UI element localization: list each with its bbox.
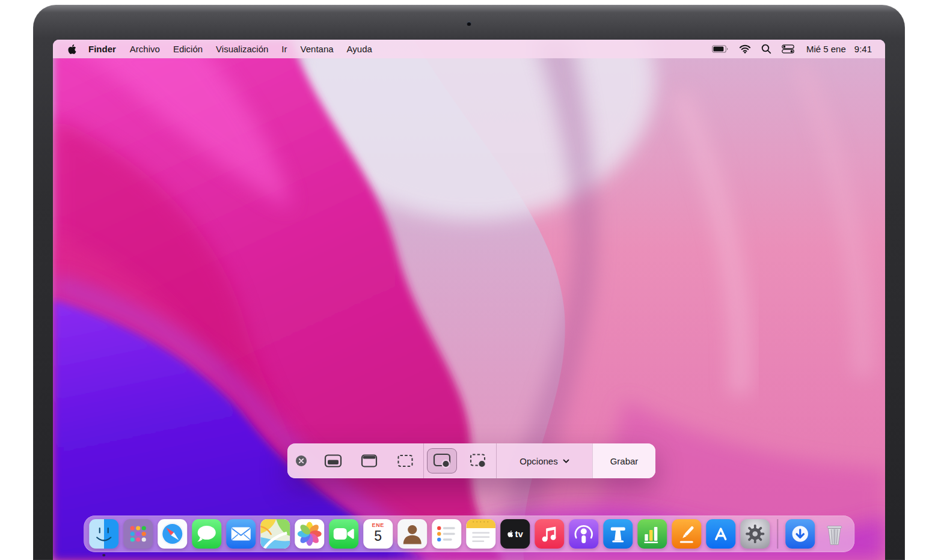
numbers-icon (637, 519, 667, 549)
safari-icon (158, 519, 187, 549)
menu-edicion[interactable]: Edición (167, 44, 209, 54)
app-store-icon (706, 519, 735, 549)
calendar-day-label: 5 (374, 529, 382, 543)
tv-label: tv (515, 529, 523, 538)
record-selection-icon (469, 453, 487, 469)
contacts-icon (397, 519, 427, 549)
record-screen-icon (433, 453, 451, 469)
dock-downloads[interactable] (785, 519, 815, 549)
music-icon (535, 519, 564, 549)
apple-logo-small-icon (507, 531, 514, 537)
photos-icon (295, 519, 324, 549)
pages-icon (672, 519, 701, 549)
menu-ir[interactable]: Ir (275, 44, 293, 54)
dock-separator (777, 519, 778, 549)
dock-notes[interactable] (466, 519, 495, 549)
maps-icon (260, 519, 290, 549)
menubar-time[interactable]: 9:41 (854, 44, 872, 54)
dock-system-preferences[interactable] (740, 519, 770, 549)
dock-music[interactable] (535, 519, 564, 549)
chevron-down-icon (563, 459, 569, 463)
apple-menu[interactable] (67, 44, 77, 54)
options-button[interactable]: Opciones (497, 443, 592, 478)
capture-entire-screen-button[interactable] (315, 443, 351, 478)
dock-keynote[interactable] (603, 519, 633, 549)
capture-screen-icon (324, 454, 342, 468)
reminders-icon (432, 519, 461, 549)
dock-photos[interactable] (295, 519, 324, 549)
keynote-icon (603, 519, 633, 549)
dock-contacts[interactable] (397, 519, 427, 549)
dock-messages[interactable] (192, 519, 221, 549)
dock-numbers[interactable] (637, 519, 667, 549)
search-icon[interactable] (761, 44, 771, 54)
dock-tv[interactable]: tv (500, 519, 530, 549)
webcam (467, 22, 471, 26)
calendar-month-label: ENE (372, 523, 384, 528)
record-label: Grabar (610, 456, 639, 466)
record-selected-portion-button[interactable] (460, 443, 496, 478)
desktop-screen: Finder Archivo Edición Visualización Ir … (53, 40, 885, 560)
dock-mail[interactable] (226, 519, 256, 549)
menu-finder[interactable]: Finder (81, 44, 123, 54)
menu-left-group: Finder Archivo Edición Visualización Ir … (67, 44, 379, 54)
messages-icon (192, 519, 221, 549)
menu-ayuda[interactable]: Ayuda (340, 44, 379, 54)
system-preferences-icon (740, 519, 770, 549)
capture-selected-portion-button[interactable] (387, 443, 423, 478)
dock-calendar[interactable]: ENE 5 (363, 519, 393, 549)
dock-podcasts[interactable] (569, 519, 598, 549)
screenshot-toolbar: Opciones Grabar (287, 443, 655, 478)
record-entire-screen-button[interactable] (424, 443, 460, 478)
downloads-icon (785, 519, 815, 549)
facetime-icon (329, 519, 358, 549)
wifi-icon[interactable] (739, 44, 751, 53)
capture-selected-window-button[interactable] (351, 443, 387, 478)
battery-icon[interactable] (712, 45, 729, 53)
options-label: Opciones (520, 456, 557, 466)
menu-visualizacion[interactable]: Visualización (209, 44, 275, 54)
dock-finder[interactable] (89, 519, 118, 549)
menubar-date[interactable]: Mié 5 ene (806, 44, 846, 54)
close-icon (295, 455, 307, 467)
podcasts-icon (569, 519, 598, 549)
finder-icon (89, 519, 118, 549)
close-toolbar-button[interactable] (287, 443, 315, 478)
dock-maps[interactable] (260, 519, 290, 549)
trash-icon (820, 519, 849, 549)
dock-trash[interactable] (820, 519, 849, 549)
record-button[interactable]: Grabar (592, 443, 655, 478)
capture-selection-icon (396, 454, 414, 468)
mail-icon (226, 519, 256, 549)
notes-icon (466, 519, 495, 549)
dock-pages[interactable] (672, 519, 701, 549)
launchpad-icon (123, 519, 153, 549)
apple-logo-icon (67, 44, 77, 54)
dock-reminders[interactable] (432, 519, 461, 549)
menu-bar: Finder Archivo Edición Visualización Ir … (53, 40, 885, 58)
dock-facetime[interactable] (329, 519, 358, 549)
capture-window-icon (360, 454, 378, 468)
menu-ventana[interactable]: Ventana (294, 44, 340, 54)
dock-safari[interactable] (158, 519, 187, 549)
finder-running-indicator (102, 554, 105, 557)
control-center-icon[interactable] (782, 44, 794, 53)
menu-status-group: Mié 5 ene 9:41 (712, 44, 872, 54)
monterey-wallpaper (53, 40, 885, 560)
dock-app-store[interactable] (706, 519, 735, 549)
menu-archivo[interactable]: Archivo (123, 44, 167, 54)
laptop-bezel: Finder Archivo Edición Visualización Ir … (33, 5, 905, 560)
dock-launchpad[interactable] (123, 519, 153, 549)
dock: ENE 5 (84, 516, 854, 552)
